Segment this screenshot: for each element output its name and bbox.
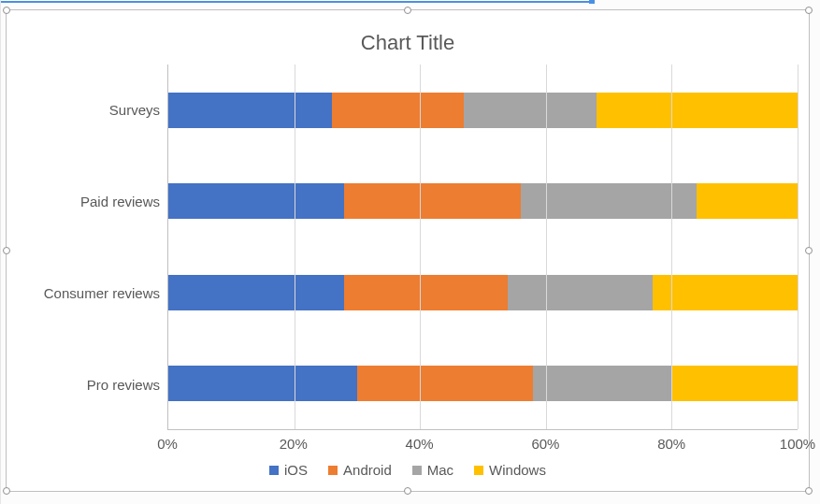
legend-swatch-icon	[474, 466, 483, 475]
bar-track	[168, 275, 798, 310]
bar-segment-windows[interactable]	[597, 93, 798, 128]
gridline	[546, 65, 547, 429]
plot-row: SurveysPaid reviewsConsumer reviewsPro r…	[18, 65, 798, 430]
x-axis-row: 0%20%40%60%80%100%	[18, 434, 798, 454]
gridline	[295, 65, 295, 429]
bar-segment-windows[interactable]	[697, 183, 798, 219]
bar-segment-mac[interactable]	[508, 275, 653, 310]
legend-swatch-icon	[269, 466, 279, 475]
bar-segment-ios[interactable]	[168, 93, 332, 128]
bar-segment-mac[interactable]	[464, 93, 596, 128]
gridline	[671, 65, 672, 429]
chart-title[interactable]: Chart Title	[18, 31, 798, 55]
bar-track	[168, 93, 798, 128]
legend-label: Windows	[489, 462, 546, 478]
x-tick-label: 20%	[280, 436, 308, 452]
bar-track	[168, 183, 798, 219]
legend-label: Android	[343, 462, 392, 478]
bar-segment-ios[interactable]	[168, 366, 357, 401]
legend-label: Mac	[427, 462, 453, 478]
gridline	[420, 65, 421, 429]
x-tick-label: 0%	[157, 436, 178, 452]
bar-segment-ios[interactable]	[168, 275, 344, 310]
spreadsheet-canvas: Chart Title SurveysPaid reviewsConsumer …	[0, 0, 820, 504]
legend-item-windows[interactable]: Windows	[474, 462, 546, 478]
legend-item-android[interactable]: Android	[328, 462, 392, 478]
x-tick-label: 40%	[406, 436, 434, 452]
legend-swatch-icon	[328, 466, 338, 475]
legend-swatch-icon	[412, 466, 422, 475]
column-selection-bar	[1, 1, 592, 3]
x-axis-spacer	[18, 434, 167, 454]
bar-segment-ios[interactable]	[168, 183, 344, 219]
legend-item-ios[interactable]: iOS	[269, 462, 308, 478]
bar-segment-mac[interactable]	[521, 183, 697, 219]
bar-segment-android[interactable]	[332, 93, 464, 128]
y-tick-label: Surveys	[109, 102, 160, 118]
column-selection-handle[interactable]	[589, 0, 595, 4]
bar-segment-windows[interactable]	[653, 275, 798, 310]
bar-segment-mac[interactable]	[533, 366, 671, 401]
y-tick-label: Consumer reviews	[44, 285, 160, 301]
x-tick-label: 80%	[657, 436, 685, 452]
legend[interactable]: iOSAndroidMacWindows	[18, 454, 798, 487]
y-tick-label: Paid reviews	[80, 194, 160, 209]
legend-label: iOS	[284, 462, 308, 478]
x-axis: 0%20%40%60%80%100%	[167, 434, 798, 454]
chart-object[interactable]: Chart Title SurveysPaid reviewsConsumer …	[6, 9, 810, 492]
gridline	[798, 65, 798, 429]
y-axis: SurveysPaid reviewsConsumer reviewsPro r…	[18, 65, 167, 430]
legend-item-mac[interactable]: Mac	[412, 462, 453, 478]
sheet-gridline	[0, 0, 1, 504]
y-tick-label: Pro reviews	[87, 377, 160, 393]
bars-wrap	[168, 65, 798, 429]
chart-inner: Chart Title SurveysPaid reviewsConsumer …	[7, 10, 809, 491]
bar-segment-android[interactable]	[357, 366, 533, 401]
plot-area[interactable]	[167, 65, 798, 430]
bar-segment-windows[interactable]	[671, 366, 798, 401]
x-tick-label: 100%	[780, 436, 815, 452]
bar-track	[168, 366, 798, 401]
bar-segment-android[interactable]	[344, 275, 508, 310]
x-tick-label: 60%	[531, 436, 559, 452]
bar-segment-android[interactable]	[344, 183, 520, 219]
